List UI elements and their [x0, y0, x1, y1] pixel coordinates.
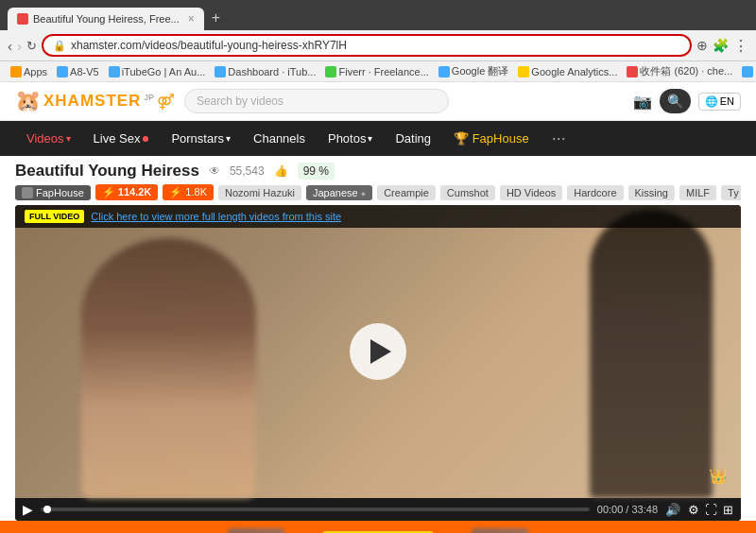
tag-japanese[interactable]: Japanese ●	[306, 185, 372, 200]
bookmark-itubego[interactable]: iTubeGo | An Au...	[106, 65, 209, 78]
full-video-link[interactable]: Click here to view more full length vide…	[91, 211, 341, 222]
search-placeholder-text: Search by videos	[197, 95, 284, 108]
bookmark-keyword[interactable]: Keyword Planner...	[739, 65, 756, 78]
bookmarks-bar: Apps A8-V5 iTubeGo | An Au... Dashboard …	[0, 61, 756, 82]
full-video-banner: FULL VIDEO Click here to view more full …	[15, 205, 741, 228]
progress-dot-indicator	[43, 506, 51, 513]
bookmark-apps[interactable]: Apps	[8, 65, 50, 78]
forward-button[interactable]: ›	[17, 38, 22, 54]
join-banner: JOIN NOW	[0, 521, 756, 533]
logo-hamster-icon: 🐹	[15, 89, 41, 113]
header-right: 📷 🔍 🌐 EN	[633, 89, 741, 113]
back-button[interactable]: ‹	[8, 38, 12, 54]
view-count-icon: 👁	[209, 164, 220, 178]
settings-button[interactable]: ⚙	[688, 503, 699, 517]
nav-item-faphouse[interactable]: 🏆 FapHouse	[442, 124, 541, 153]
bookmark-analytics[interactable]: Google Analytics...	[515, 65, 620, 78]
volume-button[interactable]: 🔊	[665, 503, 680, 517]
search-box[interactable]: Search by videos	[184, 89, 449, 113]
video-controls: ▶ 00:00 / 33:48 🔊 ⚙ ⛶ ⊞	[15, 498, 741, 521]
tag-sub2[interactable]: ⚡ 1.8K	[163, 184, 214, 200]
nav-bar: Videos▾ Live Sex Pornstars▾ Channels Pho…	[0, 121, 756, 156]
browser-chrome: Beautiful Young Heiress, Free... × + ‹ ›…	[0, 0, 756, 82]
tag-hardcore[interactable]: Hardcore	[567, 185, 623, 200]
bookmark-fiverr[interactable]: Fiverr · Freelance...	[322, 65, 431, 78]
new-tab-button[interactable]: +	[204, 6, 228, 30]
fullscreen-button[interactable]: ⛶	[705, 503, 717, 517]
tag-kissing[interactable]: Kissing	[628, 185, 675, 200]
tag-milf[interactable]: MILF	[679, 185, 716, 200]
tag-cumshot[interactable]: Cumshot	[440, 185, 495, 200]
bookmark-inbox[interactable]: 收件箱 (620) · che...	[624, 63, 735, 79]
address-text: xhamster.com/videos/beautiful-young-heir…	[71, 39, 347, 52]
bookmark-a8[interactable]: A8-V5	[54, 65, 102, 78]
tab-title: Beautiful Young Heiress, Free...	[33, 13, 180, 25]
join-thumb-left	[228, 528, 284, 533]
person-silhouette-right	[590, 210, 713, 498]
logo-text: XHAMSTER	[43, 92, 141, 111]
video-player-wrapper: FULL VIDEO Click here to view more full …	[15, 205, 741, 521]
grid-button[interactable]: ⊞	[723, 503, 733, 517]
bookmark-google-translate[interactable]: Google 翻译	[436, 63, 512, 79]
progress-bar[interactable]	[41, 507, 590, 511]
tag-nozomi[interactable]: Nozomi Hazuki	[218, 185, 301, 200]
globe-icon-button[interactable]: 🌐 EN	[698, 93, 741, 111]
tag-faphouse[interactable]: FapHouse	[15, 185, 91, 200]
controls-right: ⚙ ⛶ ⊞	[688, 503, 733, 517]
full-video-label: FULL VIDEO	[25, 210, 84, 223]
video-title: Beautiful Young Heiress	[15, 162, 199, 181]
watermark: 👑	[709, 467, 728, 485]
nav-item-channels[interactable]: Channels	[242, 124, 317, 153]
lock-icon: 🔒	[53, 40, 66, 52]
join-thumb-right	[472, 528, 528, 533]
site-header: 🐹 XHAMSTER JP ⚤ Search by videos 📷 🔍 🌐 E…	[0, 82, 756, 121]
play-triangle-icon	[370, 339, 391, 364]
nav-item-pornstars[interactable]: Pornstars▾	[160, 124, 242, 153]
search-icon-button[interactable]: 🔍	[660, 89, 691, 113]
video-meta-row: FapHouse ⚡ 114.2K ⚡ 1.8K Nozomi Hazuki J…	[15, 184, 741, 200]
tag-hd-videos[interactable]: HD Videos	[500, 185, 562, 200]
view-count: 55,543	[230, 164, 265, 178]
menu-button[interactable]: ⋮	[733, 37, 748, 55]
tab-favicon	[17, 13, 28, 25]
video-page: Beautiful Young Heiress 👁 55,543 👍 99 % …	[0, 156, 756, 521]
person-silhouette-left	[81, 238, 256, 498]
active-tab[interactable]: Beautiful Young Heiress, Free... ×	[8, 8, 204, 30]
play-button[interactable]	[350, 323, 406, 380]
tag-creampie[interactable]: Creampie	[377, 185, 436, 200]
browser-toolbar: ‹ › ↻ 🔒 xhamster.com/videos/beautiful-yo…	[0, 30, 756, 61]
tab-close-icon[interactable]: ×	[188, 12, 195, 26]
page-content: 🐹 XHAMSTER JP ⚤ Search by videos 📷 🔍 🌐 E…	[0, 82, 756, 533]
tag-sub1[interactable]: ⚡ 114.2K	[95, 184, 159, 200]
reload-button[interactable]: ↻	[26, 39, 37, 53]
video-title-row: Beautiful Young Heiress 👁 55,543 👍 99 %	[15, 162, 741, 181]
thumb-up-icon: 👍	[274, 164, 288, 178]
tag-ty[interactable]: Ty	[721, 185, 741, 200]
profile-button[interactable]: ⊕	[696, 38, 708, 53]
address-bar[interactable]: 🔒 xhamster.com/videos/beautiful-young-he…	[42, 34, 692, 57]
nav-item-live-sex[interactable]: Live Sex	[82, 124, 161, 153]
nav-item-more[interactable]: ···	[541, 121, 577, 156]
logo-gender-icon: ⚤	[157, 93, 175, 111]
logo-jp-label: JP	[144, 93, 154, 102]
time-display: 00:00 / 33:48	[597, 504, 658, 515]
nav-item-videos[interactable]: Videos▾	[15, 124, 82, 153]
play-pause-button[interactable]: ▶	[23, 502, 33, 517]
nav-item-dating[interactable]: Dating	[384, 124, 442, 153]
nav-item-photos[interactable]: Photos▾	[317, 124, 384, 153]
rating-badge: 99 %	[298, 163, 335, 180]
video-canvas[interactable]: 👑	[15, 205, 741, 498]
extensions-button[interactable]: 🧩	[713, 38, 729, 53]
bookmark-dashboard[interactable]: Dashboard · iTub...	[212, 65, 318, 78]
live-dot-icon	[143, 136, 148, 142]
logo-area[interactable]: 🐹 XHAMSTER JP ⚤	[15, 89, 175, 113]
camera-icon-button[interactable]: 📷	[633, 93, 652, 111]
tab-bar: Beautiful Young Heiress, Free... × +	[0, 0, 756, 30]
